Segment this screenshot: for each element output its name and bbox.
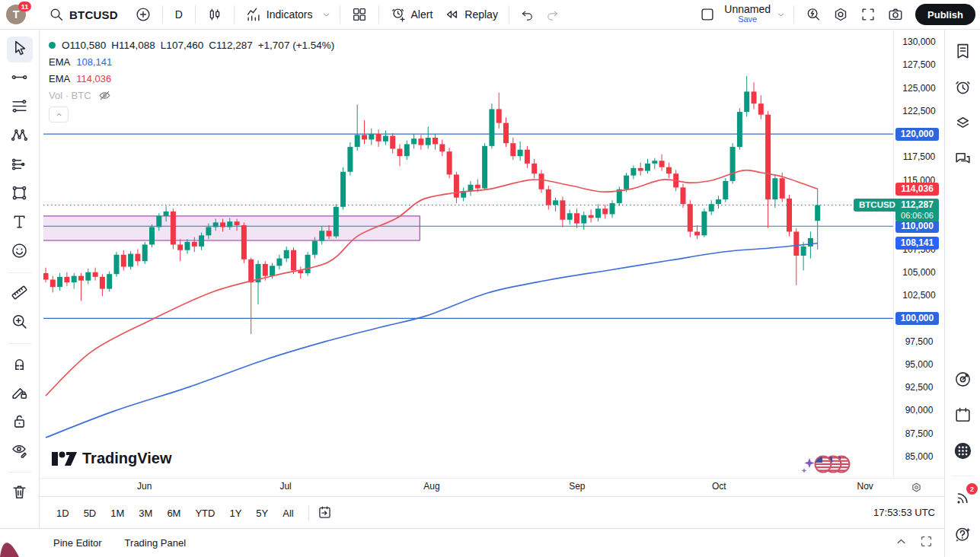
symbol-search-button[interactable]: BTCUSD	[43, 3, 123, 26]
candlestick-icon	[206, 6, 223, 23]
ohlc-part: C112,287	[209, 40, 253, 51]
symbol-name: BTCUSD	[69, 8, 118, 21]
clock-timezone-button[interactable]: 17:53:53 UTC	[873, 507, 944, 518]
streams-badge: 2	[966, 483, 978, 495]
chat-sidebar-button[interactable]	[949, 146, 976, 173]
chevron-down-icon	[321, 9, 332, 21]
eye-edit-tool-button[interactable]	[7, 438, 33, 464]
emoji-tool-button[interactable]	[7, 239, 33, 265]
xabcd-tool-button[interactable]	[7, 123, 33, 149]
fib-tool-button[interactable]	[7, 94, 33, 120]
layout-grid-button[interactable]	[346, 3, 373, 26]
legend-collapse-button[interactable]	[49, 107, 69, 123]
calendar-sidebar-button[interactable]	[949, 403, 976, 430]
alert-clock-plus-icon	[390, 6, 407, 23]
range-button-ytd[interactable]: YTD	[190, 505, 219, 521]
trash-tool-button[interactable]	[7, 480, 33, 506]
chat-icon	[953, 149, 972, 171]
cursor-tool-button[interactable]	[7, 37, 33, 62]
magnet-tool-button[interactable]	[7, 352, 33, 377]
indicators-templates-chevron[interactable]	[318, 6, 334, 24]
eye-off-icon[interactable]	[97, 88, 112, 103]
range-button-all[interactable]: All	[278, 505, 298, 521]
range-button-3m[interactable]: 3M	[134, 505, 157, 521]
range-button-5y[interactable]: 5Y	[251, 505, 273, 521]
forecast-tool-button[interactable]	[7, 152, 33, 178]
range-button-1d[interactable]: 1D	[52, 505, 74, 521]
range-button-6m[interactable]: 6M	[162, 505, 185, 521]
publish-button[interactable]: Publish	[915, 4, 975, 25]
apps-sidebar-button[interactable]	[949, 438, 976, 466]
indicators-button[interactable]: Indicators	[240, 3, 318, 26]
legend-ema-row[interactable]: EMA108,141	[49, 53, 340, 70]
lock-open-tool-button[interactable]	[7, 409, 33, 435]
panel-maximize-icon[interactable]	[919, 534, 934, 552]
price-tick: 95,000	[894, 358, 944, 371]
svg-text:TradingView: TradingView	[82, 450, 172, 466]
range-button-5d[interactable]: 5D	[79, 505, 101, 521]
grid-layout-icon	[351, 6, 368, 23]
ohlc-part: +1,707 (+1.54%)	[258, 40, 335, 51]
watchlist-sidebar-button[interactable]	[949, 39, 976, 66]
text-tool-button[interactable]	[7, 210, 33, 236]
status-bar: Pine EditorTrading Panel	[0, 528, 944, 557]
save-link[interactable]: Save	[738, 14, 757, 24]
snapshot-button[interactable]	[882, 3, 909, 26]
range-button-1m[interactable]: 1M	[106, 505, 129, 521]
status-bar-trading-panel[interactable]: Trading Panel	[125, 537, 186, 549]
go-to-date-button[interactable]	[317, 504, 333, 520]
status-bar-pine-editor[interactable]: Pine Editor	[53, 537, 102, 549]
chevron-down-icon	[775, 9, 787, 21]
alarm-sidebar-button[interactable]	[949, 75, 976, 102]
time-axis[interactable]: JunJulAugSepOctNov	[40, 478, 944, 496]
indicators-icon	[245, 6, 262, 23]
layout-select-button[interactable]	[694, 3, 721, 26]
legend-volume-row[interactable]: Vol · BTC	[49, 87, 340, 103]
legend-ohlc-row[interactable]: O110,580H114,088L107,460C112,287+1,707 (…	[49, 37, 340, 53]
interval-button[interactable]: D	[168, 5, 190, 24]
panel-collapse-chevron-up-icon[interactable]	[894, 534, 908, 552]
range-button-1y[interactable]: 1Y	[225, 505, 246, 521]
axis-settings-gear-icon[interactable]	[910, 481, 923, 494]
month-label: Oct	[712, 481, 726, 492]
layers-sidebar-button[interactable]	[949, 110, 976, 138]
month-label: Nov	[857, 481, 873, 492]
undo-button[interactable]	[515, 5, 540, 25]
fullscreen-button[interactable]	[854, 3, 882, 26]
replay-button[interactable]: Replay	[438, 3, 503, 26]
price-tag: 120,000	[895, 128, 939, 141]
fullscreen-icon	[860, 6, 876, 23]
zoom-in-tool-button[interactable]	[7, 310, 33, 336]
chart-legend: O110,580H114,088L107,460C112,287+1,707 (…	[49, 37, 340, 123]
undo-icon	[520, 8, 535, 22]
draw-lock-tool-button[interactable]	[7, 380, 33, 406]
emoji-icon	[10, 241, 29, 263]
camera-icon	[887, 6, 904, 23]
trash-icon	[10, 482, 29, 504]
alert-button[interactable]: Alert	[385, 3, 439, 26]
redo-button[interactable]	[540, 5, 565, 25]
price-axis[interactable]: 130,000127,500125,000122,500117,500115,0…	[893, 30, 944, 496]
user-avatar[interactable]: T 11	[6, 5, 26, 24]
compare-add-button[interactable]	[129, 3, 157, 26]
watchlist-icon	[953, 42, 972, 64]
quick-search-icon	[805, 6, 822, 23]
streams-sidebar-button[interactable]: 2	[949, 485, 976, 513]
layers-icon	[953, 113, 972, 135]
eye-edit-icon	[10, 441, 29, 463]
chart-style-button[interactable]	[201, 3, 228, 26]
chart-settings-button[interactable]	[827, 3, 854, 26]
price-tick: 85,000	[894, 450, 944, 463]
ideas-sidebar-button[interactable]	[949, 367, 976, 394]
ruler-tool-button[interactable]	[7, 281, 33, 307]
rectangle-tool-button[interactable]	[7, 181, 33, 207]
price-tick: 92,500	[894, 381, 944, 393]
layout-chevron[interactable]	[774, 6, 788, 24]
legend-ema-row[interactable]: EMA114,036	[49, 70, 340, 87]
ideas-icon	[953, 370, 972, 392]
help-sidebar-button[interactable]	[949, 521, 976, 549]
layout-name-button[interactable]: Unnamed Save	[721, 3, 774, 26]
quick-search-button[interactable]	[800, 3, 827, 26]
ema-value: 108,141	[76, 56, 112, 68]
trend-line-tool-button[interactable]	[7, 65, 33, 91]
